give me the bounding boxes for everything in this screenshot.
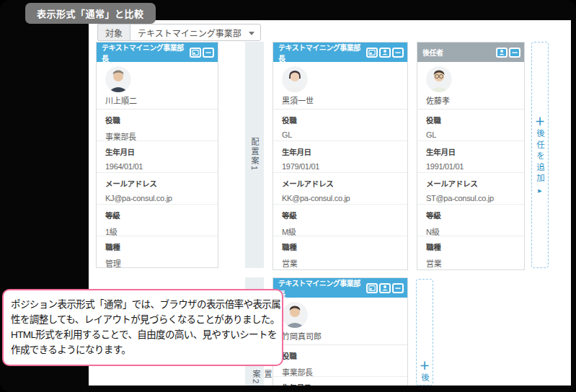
- field-value: 1964/01/01: [105, 162, 209, 171]
- minus-icon[interactable]: [509, 48, 520, 58]
- field-value: 1級: [105, 226, 209, 237]
- minus-icon[interactable]: [392, 283, 404, 293]
- field-row: 役職 GL: [273, 110, 407, 141]
- card-plan1-candidate: テキストマイニング事業部長: [273, 42, 408, 270]
- card-plan2-candidate: テキストマイニング事業部長: [273, 277, 408, 386]
- annotation-callout: ポジション表示形式「通常」では、ブラウザの表示倍率や表示属 性を調整しても、レイ…: [2, 289, 283, 366]
- target-label: 対象: [97, 24, 130, 41]
- field-value: KJ@pa-consul.co.jp: [105, 194, 209, 202]
- arrow-right-icon: ▶: [538, 188, 541, 194]
- person-summary: 佐藤孝: [417, 62, 524, 110]
- card-header-actions: [496, 48, 520, 58]
- person-summary: 黒須一世: [273, 62, 407, 110]
- person-name: 佐藤孝: [426, 94, 515, 106]
- field-label: 役職: [282, 115, 399, 125]
- field-label: 生年月日: [105, 146, 209, 157]
- field-label: 等級: [426, 210, 515, 220]
- card-title: テキストマイニング事業部長: [278, 42, 366, 63]
- field-value: 営業: [426, 257, 515, 269]
- avatar: [282, 302, 308, 328]
- target-select[interactable]: テキストマイニング事業部: [130, 24, 261, 41]
- field-row: メールアドレス ST@pa-consul.co.jp: [417, 173, 524, 205]
- field-row: メールアドレス KJ@pa-consul.co.jp: [97, 173, 218, 205]
- id-card-icon[interactable]: [366, 48, 378, 58]
- field-row: 生年月日 1979/01/01: [273, 141, 407, 173]
- field-label: 等級: [105, 210, 209, 220]
- person-summary: 川上順二: [97, 62, 218, 110]
- field-value: 管理: [105, 257, 209, 269]
- person-name: 黒須一世: [282, 94, 399, 106]
- field-value: GL: [282, 130, 399, 139]
- plus-icon: ＋: [535, 116, 545, 126]
- field-row: 生年月日 1964/01/01: [97, 141, 218, 173]
- field-label: メールアドレス: [426, 178, 515, 189]
- id-card-icon[interactable]: [366, 283, 378, 293]
- field-value: 事業部長: [105, 130, 209, 142]
- field-row: 職種 管理: [97, 236, 218, 268]
- field-label: 生年月日: [282, 146, 399, 157]
- target-row: 対象 テキストマイニング事業部: [97, 24, 261, 41]
- field-label: メールアドレス: [105, 178, 209, 189]
- field-row: 生年月日 1991/01/01: [417, 141, 524, 173]
- field-value: 事業部長: [282, 366, 399, 378]
- field-value: 1979/01/01: [282, 162, 399, 171]
- field-row: 職種 営業: [273, 236, 407, 268]
- field-row: 職種 営業: [417, 236, 524, 268]
- field-label: 職種: [105, 241, 209, 252]
- add-successor-content: ＋ 後任を追加 ▶: [417, 280, 433, 386]
- card-title: テキストマイニング事業部長: [102, 42, 190, 63]
- person-icon[interactable]: [379, 48, 391, 58]
- minus-icon[interactable]: [392, 48, 404, 58]
- person-icon[interactable]: [379, 283, 391, 293]
- field-row: 等級 N級: [417, 205, 524, 236]
- field-label: 等級: [282, 210, 399, 220]
- field-label: 役職: [426, 115, 515, 125]
- field-row: メールアドレス KK@pa-consul.co.jp: [273, 173, 407, 205]
- id-card-icon[interactable]: [190, 48, 201, 58]
- add-successor-button[interactable]: ＋ 後任を追加 ▶: [416, 279, 433, 386]
- card-header: テキストマイニング事業部長: [97, 43, 218, 62]
- callout-line: HTML形式を利用することで、自由度の高い、見やすいシートを: [11, 327, 275, 342]
- add-successor-label: 後任を追加: [534, 129, 546, 185]
- person-name: 川上順二: [105, 94, 209, 106]
- add-successor-button[interactable]: ＋ 後任を追加 ▶: [531, 42, 549, 268]
- field-value: M級: [282, 226, 399, 237]
- field-value: ST@pa-consul.co.jp: [426, 194, 515, 202]
- field-value: N級: [426, 226, 515, 237]
- plan1-strip-label: 配置案1: [249, 138, 260, 172]
- field-row: 役職 事業部長: [273, 345, 407, 377]
- field-value: KK@pa-consul.co.jp: [282, 194, 399, 202]
- person-icon[interactable]: [496, 48, 508, 58]
- field-value: GL: [426, 130, 515, 139]
- field-value: 営業: [282, 257, 399, 269]
- field-value: 1991/01/01: [426, 162, 515, 171]
- field-label: 生年月日: [426, 146, 515, 157]
- callout-line: 作成できるようになります。: [11, 342, 275, 357]
- plan1-strip: 配置案1: [245, 42, 264, 268]
- card-title: テキストマイニング事業部長: [278, 277, 366, 299]
- card-header-actions: [366, 283, 404, 293]
- field-label: 職種: [426, 241, 515, 252]
- field-row: 役職 GL: [417, 110, 524, 141]
- screenshot-frame: 表示形式「通常」と比較 対象 テキストマイニング事業部 テキストマイニング事業部…: [0, 0, 576, 392]
- person-name: 竹岡真司郎: [282, 330, 399, 342]
- avatar: [105, 66, 131, 92]
- field-label: 生年月日: [282, 382, 399, 386]
- card-successor: 後任者 佐藤: [417, 42, 525, 270]
- avatar: [426, 66, 452, 92]
- card-header-actions: [366, 48, 404, 58]
- card-header: 後任者: [417, 43, 524, 62]
- card-header-actions: [190, 48, 214, 58]
- field-row: 等級 1級: [97, 205, 218, 236]
- annotation-badge: 表示形式「通常」と比較: [25, 3, 156, 24]
- chevron-down-icon: [249, 32, 254, 35]
- field-label: 役職: [105, 115, 209, 125]
- minus-icon[interactable]: [203, 48, 214, 58]
- add-successor-content: ＋ 後任を追加 ▶: [532, 43, 548, 267]
- callout-line: 性を調整しても、レイアウトが見づらくなることがありました。: [11, 312, 275, 327]
- card-header: テキストマイニング事業部長: [273, 278, 407, 298]
- add-successor-label: 後任を追加: [419, 373, 430, 386]
- field-label: 役職: [282, 350, 399, 361]
- field-row: 等級 M級: [273, 205, 407, 236]
- person-summary: 竹岡真司郎: [273, 298, 407, 345]
